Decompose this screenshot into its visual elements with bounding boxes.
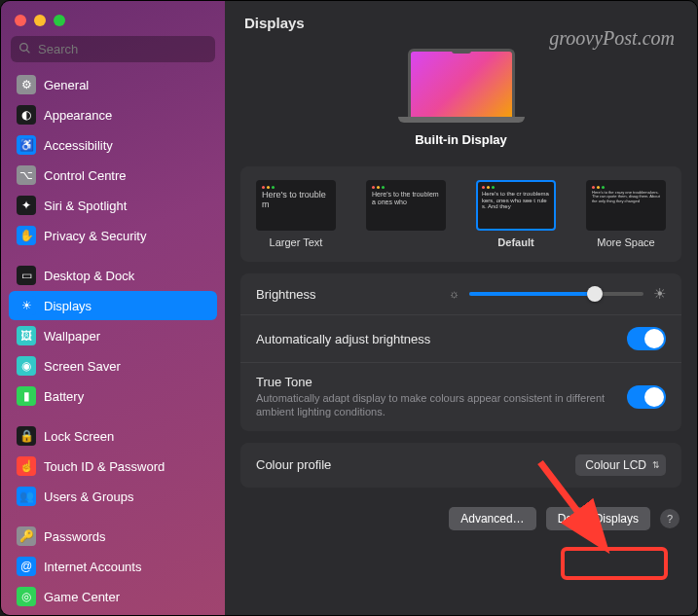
system-settings-window: ⚙General◐Appearance♿Accessibility⌥Contro… [0, 0, 698, 616]
sidebar-item-game-center[interactable]: ◎Game Center [9, 582, 217, 611]
advanced-button[interactable]: Advanced… [449, 507, 535, 530]
sidebar-item-siri-spotlight[interactable]: ✦Siri & Spotlight [9, 191, 217, 220]
general-icon: ⚙ [17, 75, 36, 94]
laptop-graphic [398, 49, 525, 123]
window-controls [1, 1, 225, 36]
resolution-label: More Space [597, 236, 654, 248]
resolution-panel: Here's to troublemLarger TextHere's to t… [240, 166, 681, 262]
resolution-option-more-space[interactable]: Here's to the crazy one troublemakers. T… [586, 180, 666, 248]
control-centre-icon: ⌥ [17, 165, 36, 185]
sidebar: ⚙General◐Appearance♿Accessibility⌥Contro… [1, 1, 225, 615]
sidebar-item-label: Lock Screen [44, 429, 114, 444]
sidebar-item-label: Screen Saver [44, 359, 121, 374]
touch-id-password-icon: ☝ [17, 456, 36, 476]
siri-spotlight-icon: ✦ [17, 196, 36, 215]
sidebar-item-label: Battery [44, 389, 84, 404]
sidebar-item-label: Wallpaper [44, 329, 100, 344]
close-icon[interactable] [15, 15, 26, 26]
sidebar-item-label: Accessibility [44, 138, 113, 153]
battery-icon: ▮ [17, 386, 36, 406]
sidebar-item-label: Touch ID & Password [44, 459, 165, 474]
sidebar-item-lock-screen[interactable]: 🔒Lock Screen [9, 421, 217, 451]
sidebar-item-displays[interactable]: ☀Displays [9, 291, 217, 320]
sidebar-item-internet-accounts[interactable]: @Internet Accounts [9, 552, 217, 581]
display-preview: Built-in Display [225, 41, 697, 161]
sidebar-list: ⚙General◐Appearance♿Accessibility⌥Contro… [1, 70, 225, 615]
sidebar-item-general[interactable]: ⚙General [9, 70, 217, 99]
sidebar-item-desktop-dock[interactable]: ▭Desktop & Dock [9, 261, 217, 290]
displays-icon: ☀ [17, 296, 36, 315]
sidebar-item-touch-id-password[interactable]: ☝Touch ID & Password [9, 452, 217, 481]
sidebar-item-passwords[interactable]: 🔑Passwords [9, 522, 217, 551]
sidebar-item-label: Siri & Spotlight [44, 199, 127, 213]
sidebar-item-label: Users & Groups [44, 489, 133, 504]
sidebar-item-appearance[interactable]: ◐Appearance [9, 100, 217, 129]
sidebar-item-label: Displays [44, 299, 92, 313]
true-tone-label: True Tone Automatically adapt display to… [256, 375, 615, 419]
sidebar-item-label: Control Centre [44, 168, 127, 183]
resolution-option-larger-text[interactable]: Here's to troublemLarger Text [256, 180, 336, 248]
privacy-security-icon: ✋ [17, 226, 36, 245]
sidebar-item-label: Privacy & Security [44, 229, 146, 243]
auto-brightness-label: Automatically adjust brightness [256, 332, 615, 346]
sidebar-item-privacy-security[interactable]: ✋Privacy & Security [9, 221, 217, 250]
brightness-slider[interactable] [469, 292, 643, 296]
resolution-thumb: Here's to troublem [256, 180, 336, 231]
resolution-option-default[interactable]: Here's to the cr troublemakers, ones who… [476, 180, 556, 248]
resolution-option[interactable]: Here's to the troublema ones who [366, 180, 446, 248]
settings-panel: Brightness ☼ ☀ Automatically adjust brig… [240, 273, 681, 431]
brightness-label: Brightness [256, 287, 437, 302]
page-title: Displays [225, 1, 697, 41]
game-center-icon: ◎ [17, 587, 36, 606]
auto-brightness-row: Automatically adjust brightness [240, 315, 681, 363]
desktop-dock-icon: ▭ [17, 266, 36, 285]
resolution-label: Default [497, 236, 533, 248]
colour-profile-dropdown[interactable]: Colour LCD [575, 454, 666, 476]
users-groups-icon: 👥 [17, 487, 36, 506]
lock-screen-icon: 🔒 [17, 426, 36, 446]
resolution-thumb: Here's to the cr troublemakers, ones who… [476, 180, 556, 231]
sun-small-icon: ☼ [449, 287, 459, 301]
search-wrap [1, 36, 225, 70]
maximize-icon[interactable] [54, 15, 65, 26]
sidebar-item-label: Internet Accounts [44, 560, 141, 574]
sidebar-item-wallpaper[interactable]: 🖼Wallpaper [9, 321, 217, 350]
wallpaper-icon: 🖼 [17, 326, 36, 345]
auto-brightness-toggle[interactable] [627, 327, 666, 350]
passwords-icon: 🔑 [17, 526, 36, 546]
colour-profile-panel: Colour profile Colour LCD [240, 443, 681, 488]
accessibility-icon: ♿ [17, 135, 36, 155]
resolution-label: Larger Text [270, 236, 323, 248]
true-tone-toggle[interactable] [627, 385, 666, 409]
content: Displays Built-in Display Here's to trou… [225, 1, 697, 615]
sidebar-item-battery[interactable]: ▮Battery [9, 381, 217, 411]
true-tone-sub: Automatically adapt display to make colo… [256, 391, 615, 419]
sidebar-item-screen-saver[interactable]: ◉Screen Saver [9, 351, 217, 380]
search-input[interactable] [11, 36, 215, 62]
colour-profile-row: Colour profile Colour LCD [240, 443, 681, 488]
sidebar-item-control-centre[interactable]: ⌥Control Centre [9, 161, 217, 190]
resolution-thumb: Here's to the troublema ones who [366, 180, 446, 231]
internet-accounts-icon: @ [17, 557, 36, 576]
sidebar-item-label: General [44, 78, 89, 92]
detect-displays-button[interactable]: Detect Displays [546, 507, 650, 530]
true-tone-title: True Tone [256, 375, 615, 389]
colour-profile-label: Colour profile [256, 457, 564, 472]
sidebar-item-accessibility[interactable]: ♿Accessibility [9, 130, 217, 160]
sidebar-item-label: Passwords [44, 529, 106, 544]
appearance-icon: ◐ [17, 105, 36, 125]
button-row: Advanced… Detect Displays ? [225, 493, 697, 548]
sidebar-item-label: Desktop & Dock [44, 269, 134, 283]
sidebar-item-users-groups[interactable]: 👥Users & Groups [9, 482, 217, 511]
true-tone-row: True Tone Automatically adapt display to… [240, 363, 681, 431]
brightness-slider-wrap: ☼ ☀ [449, 285, 666, 303]
resolution-thumb: Here's to the crazy one troublemakers. T… [586, 180, 666, 231]
brightness-row: Brightness ☼ ☀ [240, 273, 681, 315]
minimize-icon[interactable] [34, 15, 46, 26]
screen-saver-icon: ◉ [17, 356, 36, 376]
sidebar-item-label: Game Center [44, 590, 120, 604]
help-button[interactable]: ? [660, 509, 680, 528]
sidebar-item-wallet-apple-pay[interactable]: ▭Wallet & Apple Pay [9, 612, 217, 615]
display-name: Built-in Display [415, 132, 507, 147]
sidebar-item-label: Appearance [44, 108, 112, 123]
